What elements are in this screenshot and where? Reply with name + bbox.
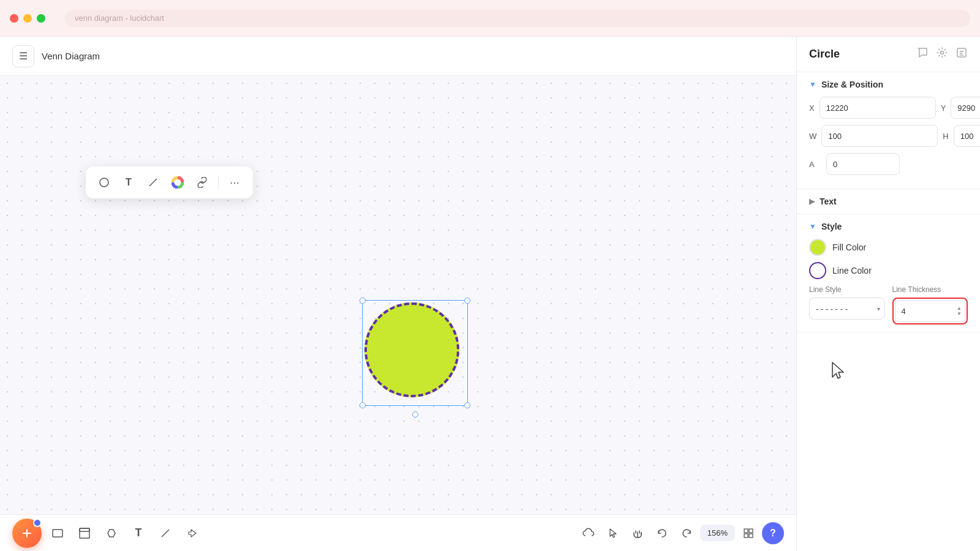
- minimize-button[interactable]: [23, 14, 32, 23]
- section-chevron-down-icon: ▼: [809, 80, 816, 89]
- fill-color-label: Fill Color: [832, 242, 866, 252]
- right-controls: 156% ?: [578, 522, 784, 544]
- line-bottom-tool-button[interactable]: [154, 522, 176, 544]
- line-color-row[interactable]: Line Color: [809, 262, 968, 279]
- floating-toolbar: T ⋯: [86, 167, 253, 198]
- handle-bottom-middle[interactable]: [412, 411, 418, 418]
- settings-icon[interactable]: [936, 47, 948, 62]
- svg-point-3: [175, 180, 180, 185]
- grid-button[interactable]: [737, 522, 760, 544]
- line-thickness-wrapper: ▲ ▼: [895, 300, 966, 322]
- rectangle-icon: [51, 527, 64, 539]
- arrow-icon: [186, 527, 198, 539]
- add-fab-button[interactable]: +: [12, 519, 42, 548]
- help-button[interactable]: ?: [762, 522, 784, 544]
- close-button[interactable]: [10, 14, 18, 23]
- menu-icon: ☰: [19, 50, 28, 62]
- circle-element[interactable]: [364, 302, 466, 403]
- line-color-swatch[interactable]: [809, 262, 826, 279]
- title-bar: venn diagram - lucidchart: [0, 0, 980, 37]
- cloud-save-button[interactable]: [578, 522, 600, 544]
- section-chevron-right-icon: ▶: [809, 197, 815, 206]
- svg-point-4: [941, 51, 944, 54]
- line-style-label: Line Style: [809, 285, 885, 294]
- text-icon: T: [126, 177, 132, 188]
- circle-shape[interactable]: [364, 302, 459, 397]
- container-tool-button[interactable]: [74, 522, 96, 544]
- line-tool-button[interactable]: [142, 171, 164, 193]
- thickness-up-icon[interactable]: ▲: [957, 306, 962, 311]
- cloud-icon: [582, 527, 595, 539]
- more-icon: ⋯: [230, 177, 239, 189]
- info-icon[interactable]: [956, 47, 968, 62]
- fill-color-swatch[interactable]: [809, 239, 826, 256]
- arrow-tool-button[interactable]: [181, 522, 203, 544]
- w-input[interactable]: [821, 125, 938, 147]
- line-style-select[interactable]: - - - - - - - ———— · · · · · · ·: [809, 298, 885, 320]
- style-chevron-down-icon: ▼: [809, 222, 816, 231]
- line-style-select-wrapper: - - - - - - - ———— · · · · · · · ▾: [809, 298, 885, 320]
- document-title[interactable]: Venn Diagram: [42, 51, 813, 61]
- y-input[interactable]: [951, 97, 980, 119]
- line-thickness-box: ▲ ▼: [892, 298, 968, 324]
- line-color-label: Line Color: [832, 266, 872, 276]
- handle-top-right[interactable]: [464, 298, 470, 304]
- style-section-header[interactable]: ▼ Style: [809, 222, 968, 231]
- x-input[interactable]: [820, 97, 936, 119]
- hand-icon: [631, 527, 644, 539]
- redo-icon: [681, 528, 692, 539]
- color-tool-button[interactable]: [167, 171, 189, 193]
- y-label: Y: [941, 103, 946, 113]
- h-input[interactable]: [954, 125, 980, 147]
- handle-top-left[interactable]: [360, 298, 366, 304]
- shape-tool-button[interactable]: [93, 171, 115, 193]
- handle-bottom-left[interactable]: [360, 402, 366, 408]
- redo-button[interactable]: [676, 522, 698, 544]
- menu-button[interactable]: ☰: [12, 45, 34, 67]
- toolbar-divider: [218, 175, 219, 190]
- rectangle-tool-button[interactable]: [47, 522, 69, 544]
- maximize-button[interactable]: [37, 14, 45, 23]
- line-bottom-icon: [159, 527, 172, 539]
- color-wheel-icon: [172, 176, 184, 189]
- canvas[interactable]: T ⋯: [0, 76, 796, 514]
- right-panel: Circle: [796, 37, 980, 551]
- fab-badge: [33, 519, 42, 527]
- wh-row: W H: [809, 125, 968, 147]
- svg-rect-14: [744, 529, 748, 533]
- undo-button[interactable]: [651, 522, 673, 544]
- style-section: ▼ Style Fill Color Line Color Line Style…: [797, 214, 980, 332]
- svg-rect-10: [80, 528, 89, 538]
- link-tool-button[interactable]: [191, 171, 213, 193]
- size-position-header[interactable]: ▼ Size & Position: [809, 80, 968, 89]
- svg-rect-16: [744, 534, 748, 538]
- a-input[interactable]: [826, 153, 900, 175]
- zoom-level[interactable]: 156%: [700, 525, 735, 541]
- thickness-down-icon[interactable]: ▼: [957, 312, 962, 317]
- hand-tool-button[interactable]: [627, 522, 649, 544]
- handle-bottom-right[interactable]: [464, 402, 470, 408]
- line-thickness-input[interactable]: [895, 300, 966, 322]
- x-label: X: [809, 103, 815, 113]
- fill-color-row[interactable]: Fill Color: [809, 239, 968, 256]
- text-section-header[interactable]: ▶ Text: [809, 197, 968, 206]
- h-label: H: [943, 132, 948, 141]
- add-icon: +: [22, 525, 32, 542]
- text-tool-button[interactable]: T: [118, 171, 140, 193]
- svg-rect-17: [749, 534, 753, 538]
- svg-line-1: [149, 179, 157, 186]
- svg-line-12: [162, 530, 169, 537]
- grid-icon: [743, 528, 754, 539]
- svg-point-0: [100, 178, 108, 187]
- more-options-button[interactable]: ⋯: [224, 171, 246, 193]
- process-tool-button[interactable]: [100, 522, 123, 544]
- a-row: A: [809, 153, 968, 175]
- url-bar[interactable]: venn diagram - lucidchart: [65, 10, 970, 27]
- traffic-lights: [10, 14, 45, 23]
- process-icon: [105, 527, 118, 539]
- text-section: ▶ Text: [797, 189, 980, 214]
- comment-icon[interactable]: [916, 47, 929, 62]
- pointer-tool-button[interactable]: [602, 522, 624, 544]
- text-bottom-tool-button[interactable]: T: [127, 522, 149, 544]
- svg-marker-13: [189, 530, 196, 537]
